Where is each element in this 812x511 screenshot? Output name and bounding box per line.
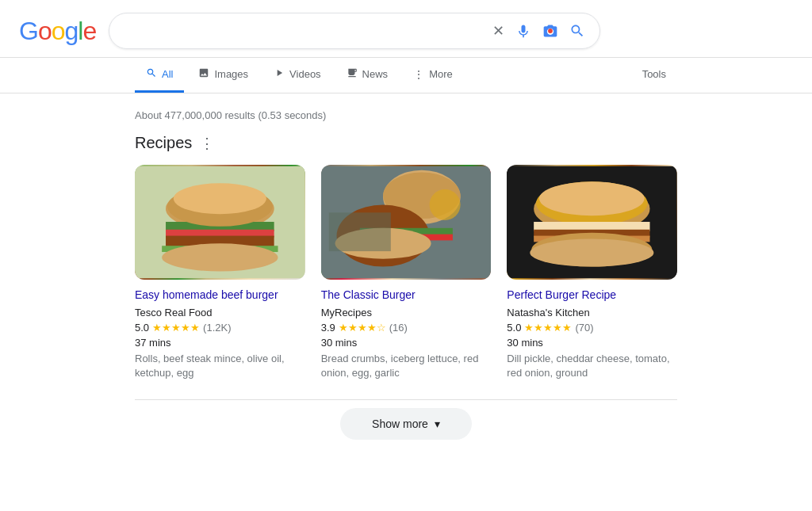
header: Google burger recipe ✕ [0,0,812,58]
recipe-rating-value-3: 5.0 [507,322,521,334]
recipe-time-2: 30 mins [321,337,492,349]
recipes-title: Recipes [135,134,192,152]
recipes-more-icon[interactable]: ⋮ [200,135,214,152]
tools-tab[interactable]: Tools [631,59,677,92]
recipe-card-3: Perfect Burger Recipe Natasha's Kitchen … [507,165,677,380]
show-more-label: Show more [372,418,428,430]
results-area: About 477,000,000 results (0.53 seconds)… [0,93,812,471]
search-input[interactable]: burger recipe [122,24,491,38]
recipe-rating-2: 3.9 ★★★★☆ (16) [321,322,492,334]
svg-point-18 [429,189,460,220]
tab-videos[interactable]: Videos [262,58,332,93]
show-more-button[interactable]: Show more ▾ [340,408,472,440]
tab-images-label: Images [214,68,248,80]
show-more-container: Show more ▾ [135,400,677,456]
recipe-review-count-2: (16) [389,322,408,334]
recipe-image-3[interactable] [507,165,677,280]
recipe-review-count-1: (1.2K) [203,322,231,334]
recipe-title-1[interactable]: Easy homemade beef burger [135,288,305,303]
recipe-stars-2: ★★★★☆ [339,322,386,334]
recipe-title-3[interactable]: Perfect Burger Recipe [507,288,677,303]
recipe-ingredients-1: Rolls, beef steak mince, olive oil, ketc… [135,352,305,380]
tab-all-label: All [162,68,173,80]
search-bar: burger recipe ✕ [109,13,600,49]
tab-news-label: News [362,68,389,80]
recipe-ingredients-2: Bread crumbs, iceberg lettuce, red onion… [321,352,492,380]
svg-point-0 [548,29,553,33]
tab-all[interactable]: All [135,58,184,93]
images-tab-icon [198,67,209,81]
recipe-rating-1: 5.0 ★★★★★ (1.2K) [135,322,305,334]
videos-tab-icon [274,67,285,81]
recipe-title-2[interactable]: The Classic Burger [321,288,492,303]
recipe-card-1: Easy homemade beef burger Tesco Real Foo… [135,165,305,380]
tab-videos-label: Videos [289,68,321,80]
recipe-stars-3: ★★★★★ [524,322,572,334]
recipes-grid: Easy homemade beef burger Tesco Real Foo… [135,165,677,380]
recipe-source-3: Natasha's Kitchen [507,307,677,318]
image-search-button[interactable] [541,21,560,40]
recipe-rating-3: 5.0 ★★★★★ (70) [507,322,677,334]
show-more-chevron: ▾ [435,418,440,430]
tab-images[interactable]: Images [187,58,259,93]
svg-point-10 [174,183,266,214]
nav-tabs: All Images Videos News ⋮ More Tools [0,58,812,93]
recipe-image-2[interactable] [321,165,492,280]
search-submit-button[interactable] [568,21,587,40]
recipe-ingredients-3: Dill pickle, cheddar cheese, tomato, red… [507,352,677,380]
results-count: About 477,000,000 results (0.53 seconds) [135,101,677,134]
recipe-source-2: MyRecipes [321,307,492,318]
clear-button[interactable]: ✕ [491,21,506,41]
svg-rect-19 [328,212,390,251]
svg-point-8 [162,243,278,271]
tab-more[interactable]: ⋮ More [402,59,464,93]
more-tab-icon: ⋮ [413,68,424,81]
search-tab-icon [146,67,157,81]
recipe-stars-1: ★★★★★ [152,322,200,334]
tab-news[interactable]: News [335,58,400,93]
recipe-source-1: Tesco Real Food [135,307,305,318]
voice-search-button[interactable] [514,21,533,40]
google-logo[interactable]: Google [19,17,96,46]
recipe-rating-value-1: 5.0 [135,322,149,334]
search-icon-group: ✕ [491,21,587,41]
svg-point-23 [539,181,645,215]
recipes-header: Recipes ⋮ [135,134,677,152]
recipe-review-count-3: (70) [575,322,593,334]
recipe-card-2: The Classic Burger MyRecipes 3.9 ★★★★☆ (… [321,165,492,380]
recipe-image-1[interactable] [135,165,305,280]
tab-more-label: More [429,68,453,80]
recipe-time-1: 37 mins [135,337,305,349]
news-tab-icon [347,67,358,81]
recipe-rating-value-2: 3.9 [321,322,335,334]
recipe-time-3: 30 mins [507,337,677,349]
svg-point-28 [530,238,654,266]
